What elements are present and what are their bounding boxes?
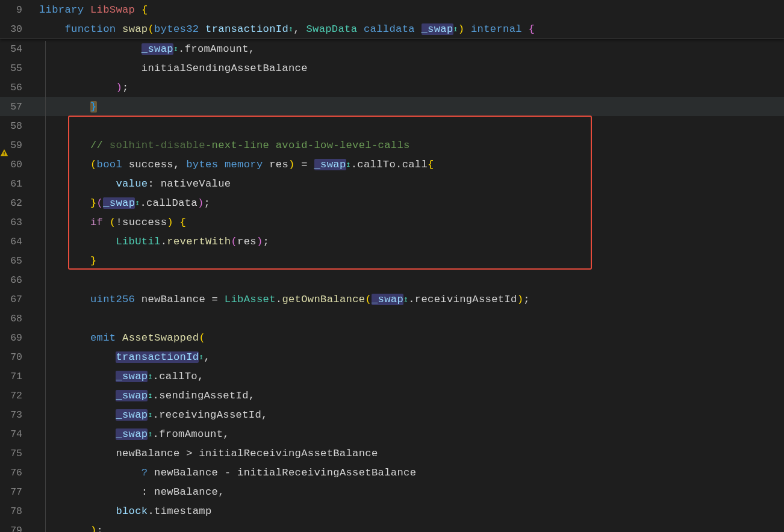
code-line[interactable]: 74 _swap↥.fromAmount,	[0, 424, 784, 444]
line-number: 69	[0, 332, 33, 344]
inline-hint-icon: ↥	[148, 391, 152, 400]
inline-hint-icon: ↥	[173, 44, 178, 54]
code-line[interactable]: 64 LibUtil.revertWith(res);	[0, 232, 784, 251]
sticky-line-1[interactable]: 9 library LibSwap {	[0, 0, 784, 19]
highlighted-param: _swap	[116, 371, 148, 382]
code-content: // solhint-disable-next-line avoid-low-l…	[39, 140, 784, 151]
inline-hint-icon: ↥	[148, 410, 152, 419]
line-number: 76	[0, 467, 33, 478]
warning-icon	[0, 149, 8, 157]
inline-hint-icon: ↥	[148, 429, 152, 439]
svg-rect-0	[4, 152, 4, 154]
line-number: 56	[0, 82, 33, 93]
inline-hint-icon: ↥	[199, 352, 204, 362]
code-line[interactable]: 68	[0, 309, 784, 328]
code-line[interactable]: 61 value: nativeValue	[0, 174, 784, 193]
line-number: 68	[0, 313, 33, 324]
code-content: }(_swap↥.callData);	[39, 197, 784, 209]
code-body[interactable]: 54 _swap↥.fromAmount,55 initialSendingAs…	[0, 39, 784, 532]
code-line[interactable]: 56 );	[0, 78, 784, 97]
code-line[interactable]: 67 uint256 newBalance = LibAsset.getOwnB…	[0, 289, 784, 309]
inline-hint-icon: ↥	[453, 24, 458, 34]
code-line[interactable]: 59 // solhint-disable-next-line avoid-lo…	[0, 135, 784, 155]
code-line[interactable]: 77 : newBalance,	[0, 482, 784, 501]
code-line[interactable]: 62 }(_swap↥.callData);	[0, 193, 784, 212]
code-content: LibUtil.revertWith(res);	[39, 236, 784, 247]
line-number: 77	[0, 486, 33, 498]
code-line[interactable]: 70 transactionId↥,	[0, 347, 784, 367]
code-content: (bool success, bytes memory res) = _swap…	[39, 159, 784, 170]
code-line[interactable]: 71 _swap↥.callTo,	[0, 367, 784, 386]
line-number: 67	[0, 294, 33, 305]
code-content: uint256 newBalance = LibAsset.getOwnBala…	[39, 294, 784, 305]
line-number: 63	[0, 217, 33, 228]
code-content: _swap↥.sendingAssetId,	[39, 390, 784, 401]
code-content: library LibSwap {	[39, 4, 784, 16]
line-number: 72	[0, 390, 33, 401]
code-line[interactable]: 72 _swap↥.sendingAssetId,	[0, 386, 784, 405]
line-number: 54	[0, 43, 33, 55]
highlighted-param: _swap	[372, 294, 403, 305]
code-line[interactable]: 78 block.timestamp	[0, 501, 784, 521]
inline-hint-icon: ↥	[288, 24, 293, 34]
line-number: 73	[0, 409, 33, 421]
code-editor[interactable]: 9 library LibSwap { 30 function swap(byt…	[0, 0, 784, 532]
code-content: _swap↥.receivingAssetId,	[39, 409, 784, 421]
code-line[interactable]: 73 _swap↥.receivingAssetId,	[0, 405, 784, 424]
line-number: 9	[0, 4, 33, 16]
highlighted-param: _swap	[116, 409, 148, 421]
highlighted-param: _swap	[103, 197, 135, 209]
highlighted-param: _swap	[116, 428, 148, 440]
code-line[interactable]: 69 emit AssetSwapped(	[0, 328, 784, 347]
highlighted-param: _swap	[314, 159, 346, 170]
code-line[interactable]: 79 );	[0, 521, 784, 532]
line-number: 75	[0, 448, 33, 459]
code-line[interactable]: 54 _swap↥.fromAmount,	[0, 39, 784, 58]
code-content: emit AssetSwapped(	[39, 332, 784, 344]
code-content: );	[39, 525, 784, 533]
inline-hint-icon: ↥	[148, 371, 152, 381]
code-line[interactable]: 66	[0, 270, 784, 289]
highlighted-param: _swap	[142, 43, 173, 55]
code-line[interactable]: 60 (bool success, bytes memory res) = _s…	[0, 155, 784, 174]
inline-hint-icon: ↥	[346, 159, 351, 169]
line-number: 71	[0, 371, 33, 382]
highlighted-param: _swap	[116, 390, 148, 401]
code-content: _swap↥.fromAmount,	[39, 43, 784, 55]
code-content: value: nativeValue	[39, 178, 784, 190]
line-number: 58	[0, 120, 33, 132]
line-number: 78	[0, 506, 33, 517]
inline-hint-icon: ↥	[403, 294, 408, 304]
code-line[interactable]: 65 }	[0, 251, 784, 270]
code-line[interactable]: 55 initialSendingAssetBalance	[0, 58, 784, 78]
sticky-line-2[interactable]: 30 function swap(bytes32 transactionId↥,…	[0, 19, 784, 39]
code-content: ? newBalance - initialReceivingAssetBala…	[39, 467, 784, 478]
sticky-scroll-header[interactable]: 9 library LibSwap { 30 function swap(byt…	[0, 0, 784, 39]
line-number: 62	[0, 197, 33, 209]
code-content: initialSendingAssetBalance	[39, 63, 784, 74]
line-number: 66	[0, 274, 33, 286]
code-content: newBalance > initialReceivingAssetBalanc…	[39, 448, 784, 459]
inline-hint-icon: ↥	[135, 198, 140, 208]
indent-guide	[45, 41, 46, 532]
code-line[interactable]: 58	[0, 116, 784, 135]
highlighted-param: transactionId	[116, 351, 199, 363]
code-content: block.timestamp	[39, 506, 784, 517]
code-line[interactable]: 57 }	[0, 97, 784, 116]
code-content: : newBalance,	[39, 486, 784, 498]
line-number: 57	[0, 101, 33, 113]
code-content: );	[39, 82, 784, 93]
line-number: 70	[0, 351, 33, 363]
code-content: }	[39, 255, 784, 267]
line-number: 74	[0, 428, 33, 440]
line-number: 64	[0, 236, 33, 247]
code-line[interactable]: 63 if (!success) {	[0, 212, 784, 232]
code-content: }	[39, 101, 784, 113]
line-number: 55	[0, 63, 33, 74]
line-number: 30	[0, 23, 33, 35]
code-line[interactable]: 76 ? newBalance - initialReceivingAssetB…	[0, 463, 784, 482]
code-line[interactable]: 75 newBalance > initialReceivingAssetBal…	[0, 444, 784, 463]
code-content: _swap↥.callTo,	[39, 371, 784, 382]
code-content: if (!success) {	[39, 217, 784, 228]
line-number: 60	[0, 159, 33, 170]
